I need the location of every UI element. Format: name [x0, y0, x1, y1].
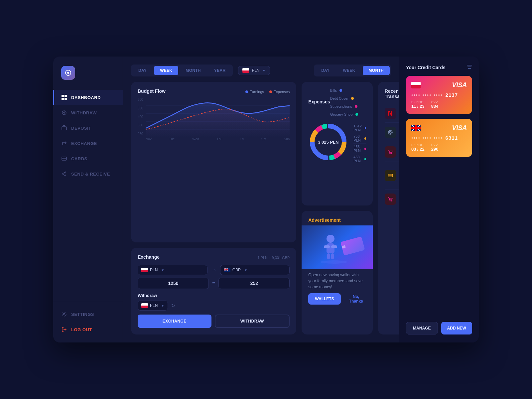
exchange-to-dropdown[interactable]: GBP ▼ [220, 265, 290, 275]
cards-icon [61, 156, 67, 162]
filter-month-left[interactable]: MONTH [180, 66, 207, 75]
bills-dot [339, 89, 342, 92]
exchange-title: Exchange [138, 254, 160, 260]
transactions-list: Netflix 2 Days Ago - 50.00 PLN [385, 104, 399, 209]
sidebar-item-dashboard[interactable]: DASHBOARD [53, 90, 123, 105]
svg-rect-3 [65, 95, 67, 97]
filter-year-left[interactable]: YEAR [208, 66, 232, 75]
expense-item-bills: 1512 PLN [353, 123, 366, 133]
main-grid: Budget Flow Earnings Expenses [131, 82, 391, 334]
settings-icon [61, 311, 67, 317]
cc2-last4: 6311 [446, 135, 458, 141]
expenses-card: Expenses Bills Debt Cover [302, 82, 372, 205]
withdraw-currency: PLN [150, 303, 158, 308]
bills-amount-dot [365, 127, 366, 129]
donut-total: 3 025 PLN [318, 140, 338, 145]
no-thanks-button[interactable]: No, Thanks [346, 294, 366, 304]
exchange-to-input[interactable] [218, 278, 290, 289]
sidebar-item-send-receive[interactable]: SEND & RECEIVE [53, 166, 123, 182]
cc1-cvv-label: CVV [431, 100, 439, 104]
earnings-dot [245, 90, 248, 93]
cc-filter-icon[interactable] [467, 65, 472, 70]
expenses-inner: 3 025 PLN 1512 PLN 756 PLN [308, 120, 366, 164]
transaction-netflix: Netflix 2 Days Ago - 50.00 PLN [385, 104, 399, 123]
sidebar-label-deposit: DEPOSIT [71, 126, 91, 131]
expenses-header: Expenses Bills Debt Cover [308, 88, 366, 116]
svg-point-32 [390, 153, 390, 154]
expense-item-grocery: 453 PLN [353, 154, 366, 164]
svg-point-27 [321, 260, 347, 264]
filter-month-right[interactable]: MONTH [363, 66, 390, 75]
nav-items: DASHBOARD WITHDRAW DEPOS [53, 90, 123, 301]
manage-button[interactable]: MANAGE [406, 322, 438, 334]
advertisement-card: Advertisement [302, 211, 372, 334]
withdraw-row: PLN ▼ ↻ [138, 301, 290, 311]
svg-point-19 [327, 235, 334, 243]
cc2-info-row: EXPIRE 03 / 22 CVV 290 [411, 143, 467, 152]
steam-icon [385, 127, 396, 138]
cat-subs: Subscriptions [330, 104, 357, 108]
equals-sign: = [212, 280, 215, 286]
wallets-button[interactable]: WALLETS [308, 293, 340, 305]
svg-rect-24 [331, 253, 334, 259]
sidebar-item-deposit[interactable]: DEPOSIT [53, 120, 123, 136]
sidebar-label-cards: CARDS [71, 156, 87, 161]
cc1-numbers: •••• •••• •••• 2137 [411, 92, 467, 98]
sidebar-item-withdraw[interactable]: WITHDRAW [53, 105, 123, 120]
svg-rect-21 [324, 245, 330, 248]
sidebar-label-settings: SETTINGS [71, 312, 94, 317]
add-new-button[interactable]: ADD NEW [441, 322, 472, 334]
main-content: DAY WEEK MONTH YEAR PLN ▼ DAY WEEK MONTH [123, 57, 399, 342]
svg-rect-22 [331, 245, 337, 248]
sidebar-item-exchange[interactable]: EXCHANGE [53, 136, 123, 151]
subs-amount-dot [364, 148, 366, 150]
withdraw-button[interactable]: WITHDRAW [215, 315, 290, 328]
filter-week-right[interactable]: WEEK [337, 66, 361, 75]
filter-day-left[interactable]: DAY [132, 66, 153, 75]
earnings-legend: Earnings [245, 90, 264, 94]
sidebar-item-logout[interactable]: LOG OUT [53, 322, 123, 337]
credit-card-2[interactable]: VISA •••• •••• •••• 6311 EXPIRE 03 / 22 … [406, 119, 472, 157]
from-flag [141, 268, 148, 272]
sidebar-item-settings[interactable]: SETTINGS [53, 307, 123, 322]
exchange-button[interactable]: EXCHANGE [138, 315, 211, 328]
svg-rect-7 [62, 127, 66, 130]
filter-day-right[interactable]: DAY [315, 66, 335, 75]
exchange-from-dropdown[interactable]: PLN ▼ [138, 265, 207, 275]
sidebar-item-cards[interactable]: CARDS [53, 151, 123, 166]
svg-rect-5 [65, 98, 67, 100]
svg-rect-30 [391, 111, 392, 116]
svg-point-9 [64, 314, 65, 315]
right-column: Recent Transactions [378, 82, 399, 334]
sidebar-label-withdraw: WITHDRAW [71, 110, 97, 115]
refresh-icon[interactable]: ↻ [171, 303, 175, 308]
withdraw-icon [61, 110, 67, 116]
credit-card-1[interactable]: VISA •••• •••• •••• 2137 EXPIRE 11 / 23 … [406, 76, 472, 114]
sidebar-label-logout: LOG OUT [71, 327, 92, 332]
currency-selector[interactable]: PLN ▼ [238, 66, 270, 75]
cc1-cvv: CVV 834 [431, 100, 439, 109]
cc-txn-icon [385, 170, 396, 181]
cc1-expire-value: 11 / 23 [411, 104, 425, 109]
dashboard-icon [61, 94, 67, 100]
exchange-from-input[interactable] [138, 278, 209, 289]
chart-svg [146, 98, 290, 137]
exchange-currency-row: PLN ▼ → GBP ▼ [138, 265, 290, 275]
transactions-title: Recent Transactions [385, 88, 399, 99]
grocery-dot [355, 113, 358, 116]
cc2-brand: VISA [452, 124, 467, 132]
chevron-down-icon: ▼ [262, 69, 266, 72]
withdraw-currency-dropdown[interactable]: PLN ▼ [138, 301, 168, 311]
debt-amount: 756 PLN [353, 134, 362, 142]
svg-rect-34 [388, 174, 393, 177]
sidebar-bottom: SETTINGS LOG OUT [53, 301, 123, 342]
currency-flag [242, 68, 249, 73]
cc1-expire: EXPIRE 11 / 23 [411, 100, 425, 109]
earnings-label: Earnings [250, 90, 264, 94]
filter-week-left[interactable]: WEEK [154, 66, 178, 75]
sidebar-label-exchange: EXCHANGE [71, 141, 97, 146]
x-axis-labels: Nov Tue Wed Thu Fri Sat Sun [146, 137, 290, 141]
expense-amounts: 1512 PLN 756 PLN 453 PLN [353, 123, 366, 164]
logo-icon [61, 66, 75, 80]
send-receive-icon [61, 171, 67, 177]
